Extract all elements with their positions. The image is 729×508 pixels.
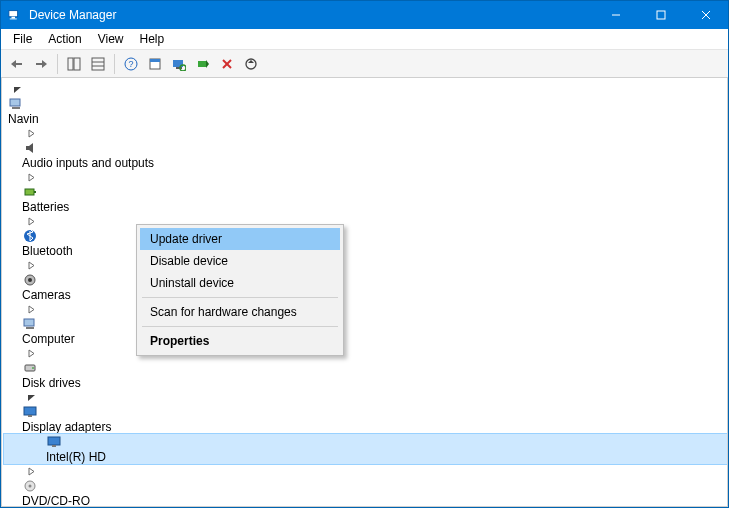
display-adapter-icon bbox=[46, 434, 62, 450]
chevron-right-icon[interactable] bbox=[24, 302, 38, 316]
title-bar: Device Manager bbox=[1, 1, 728, 29]
chevron-down-icon[interactable] bbox=[10, 82, 24, 96]
tree-node[interactable]: Cameras bbox=[4, 258, 727, 302]
tree-node-label: Disk drives bbox=[22, 376, 81, 390]
menu-file[interactable]: File bbox=[5, 30, 40, 48]
device-tree-panel: Navin Audio inputs and outputsBatteriesB… bbox=[1, 78, 728, 507]
context-uninstall-device[interactable]: Uninstall device bbox=[140, 272, 340, 294]
svg-rect-20 bbox=[176, 67, 182, 69]
menu-view[interactable]: View bbox=[90, 30, 132, 48]
tree-node[interactable]: Display adapters bbox=[4, 390, 727, 434]
tree-node[interactable]: Bluetooth bbox=[4, 214, 727, 258]
tree-node[interactable]: Batteries bbox=[4, 170, 727, 214]
tree-node-label: Display adapters bbox=[22, 420, 111, 434]
tree-root-label: Navin bbox=[8, 112, 39, 126]
svg-rect-11 bbox=[74, 58, 80, 70]
close-button[interactable] bbox=[683, 1, 728, 29]
svg-text:?: ? bbox=[128, 59, 133, 69]
svg-point-36 bbox=[32, 367, 34, 369]
svg-rect-3 bbox=[10, 19, 17, 20]
maximize-button[interactable] bbox=[638, 1, 683, 29]
svg-rect-22 bbox=[198, 61, 206, 67]
tree-node[interactable]: DVD/CD-RO bbox=[4, 464, 727, 507]
window-title: Device Manager bbox=[29, 8, 116, 22]
menu-action[interactable]: Action bbox=[40, 30, 89, 48]
context-scan-hardware[interactable]: Scan for hardware changes bbox=[140, 301, 340, 323]
svg-rect-33 bbox=[24, 319, 34, 326]
device-category-icon bbox=[22, 404, 38, 420]
toolbar-sep-1 bbox=[57, 54, 58, 74]
menu-bar: File Action View Help bbox=[1, 29, 728, 50]
svg-rect-10 bbox=[68, 58, 73, 70]
device-category-icon bbox=[22, 140, 38, 156]
svg-rect-39 bbox=[48, 437, 60, 445]
context-label: Update driver bbox=[150, 232, 222, 246]
window-device-manager: Device Manager File Action View Help bbox=[0, 0, 729, 508]
tree-node-label: Batteries bbox=[22, 200, 69, 214]
svg-rect-29 bbox=[34, 191, 36, 193]
chevron-right-icon[interactable] bbox=[24, 170, 38, 184]
chevron-right-icon[interactable] bbox=[24, 214, 38, 228]
device-category-icon bbox=[22, 360, 38, 376]
chevron-right-icon[interactable] bbox=[24, 258, 38, 272]
toolbar-help[interactable]: ? bbox=[119, 52, 143, 76]
context-separator bbox=[142, 326, 338, 327]
svg-rect-28 bbox=[25, 189, 34, 195]
toolbar-scan-hardware-icon[interactable] bbox=[167, 52, 191, 76]
device-category-icon bbox=[22, 316, 38, 332]
tree-node-label: Bluetooth bbox=[22, 244, 73, 258]
device-category-icon bbox=[22, 228, 38, 244]
device-category-icon bbox=[22, 272, 38, 288]
device-category-icon bbox=[22, 184, 38, 200]
svg-rect-38 bbox=[28, 415, 32, 417]
chevron-right-icon[interactable] bbox=[24, 464, 38, 478]
context-label: Properties bbox=[150, 334, 209, 348]
tree-node[interactable]: Audio inputs and outputs bbox=[4, 126, 727, 170]
toolbar-update-driver-icon[interactable] bbox=[239, 52, 263, 76]
svg-rect-27 bbox=[12, 107, 20, 109]
chevron-right-icon[interactable] bbox=[24, 126, 38, 140]
context-disable-device[interactable]: Disable device bbox=[140, 250, 340, 272]
toolbar-back[interactable] bbox=[5, 52, 29, 76]
context-label: Uninstall device bbox=[150, 276, 234, 290]
context-update-driver[interactable]: Update driver bbox=[140, 228, 340, 250]
tree-node[interactable]: Computer bbox=[4, 302, 727, 346]
svg-rect-8 bbox=[15, 63, 22, 65]
tree-node-display-adapter[interactable]: Intel(R) HD bbox=[4, 434, 727, 464]
svg-rect-40 bbox=[52, 445, 56, 447]
minimize-button[interactable] bbox=[593, 1, 638, 29]
svg-rect-37 bbox=[24, 407, 36, 415]
context-properties[interactable]: Properties bbox=[140, 330, 340, 352]
svg-point-42 bbox=[29, 485, 32, 488]
device-category-icon bbox=[22, 478, 38, 494]
context-label: Disable device bbox=[150, 254, 228, 268]
svg-rect-9 bbox=[36, 63, 43, 65]
svg-rect-0 bbox=[9, 11, 18, 17]
computer-icon bbox=[8, 96, 24, 112]
toolbar-forward[interactable] bbox=[29, 52, 53, 76]
tree-node-label: DVD/CD-RO bbox=[22, 494, 90, 507]
tree-node-label: Intel(R) HD bbox=[46, 450, 106, 464]
tree-node-label: Audio inputs and outputs bbox=[22, 156, 154, 170]
svg-rect-26 bbox=[10, 99, 20, 106]
toolbar-properties-list[interactable] bbox=[86, 52, 110, 76]
svg-rect-34 bbox=[26, 327, 34, 329]
tree-node[interactable]: Disk drives bbox=[4, 346, 727, 390]
menu-help[interactable]: Help bbox=[132, 30, 173, 48]
tree-root-node[interactable]: Navin bbox=[4, 82, 727, 126]
toolbar-action-props[interactable] bbox=[143, 52, 167, 76]
chevron-right-icon[interactable] bbox=[24, 346, 38, 360]
chevron-down-icon[interactable] bbox=[24, 390, 38, 404]
tree-node-label: Cameras bbox=[22, 288, 71, 302]
svg-rect-2 bbox=[12, 17, 16, 19]
svg-rect-12 bbox=[92, 58, 104, 70]
context-menu: Update driver Disable device Uninstall d… bbox=[136, 224, 344, 356]
svg-point-32 bbox=[28, 278, 32, 282]
context-label: Scan for hardware changes bbox=[150, 305, 297, 319]
toolbar: ? bbox=[1, 50, 728, 78]
toolbar-uninstall-icon[interactable] bbox=[215, 52, 239, 76]
toolbar-show-hide-tree[interactable] bbox=[62, 52, 86, 76]
svg-rect-18 bbox=[150, 59, 160, 62]
toolbar-enable-device-icon[interactable] bbox=[191, 52, 215, 76]
app-icon bbox=[7, 7, 23, 23]
